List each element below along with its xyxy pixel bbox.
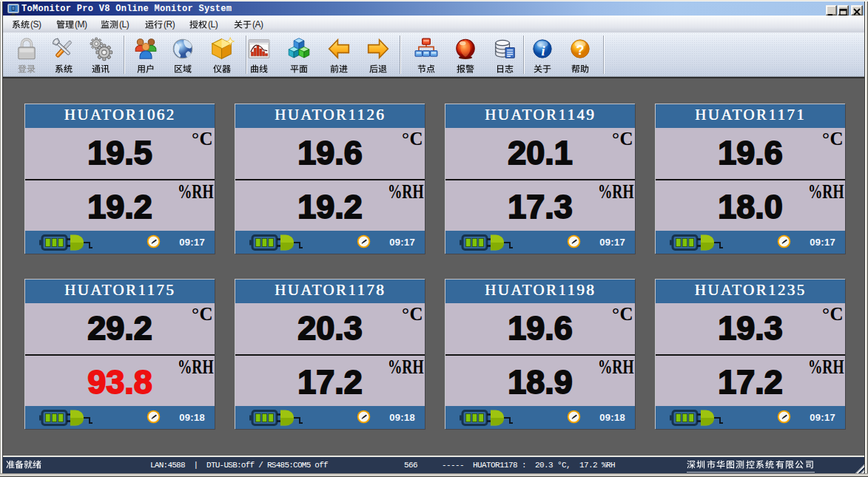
svg-text:?: ? [576,43,584,58]
svg-text:i: i [542,44,545,58]
